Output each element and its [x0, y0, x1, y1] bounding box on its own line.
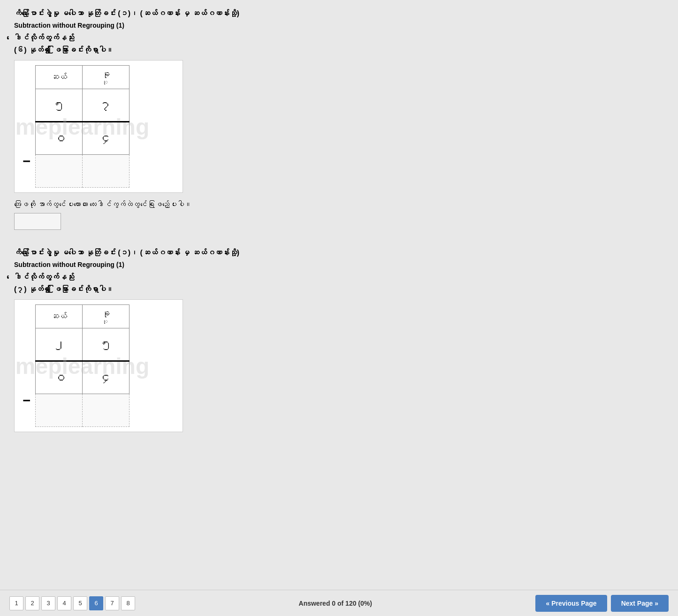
section1-instruction: ဒေါင်လိုက်တွက်နည်း — [14, 34, 664, 42]
page-content: ကိန်းပြောင်းဖွဲ့မှု မပါသော နုတ်ခြင်း (၁)… — [0, 0, 678, 468]
page-numbers: 1 2 3 4 5 6 7 8 — [9, 596, 135, 610]
page-btn-3[interactable]: 3 — [41, 596, 55, 610]
page-btn-8[interactable]: 8 — [121, 596, 135, 610]
next-page-button[interactable]: Next Page » — [611, 595, 669, 612]
section1-question: (၆) နုတ်၍ ဖြေနားခြင်းကိုရှာပါ။ — [14, 46, 664, 54]
page-btn-7[interactable]: 7 — [105, 596, 119, 610]
nav-buttons: « Previous Page Next Page » — [535, 595, 669, 612]
section2-instruction: ဒေါင်လိုက်တွက်နည်း — [14, 273, 664, 281]
section2-question: (၇) နုတ်၍ ဖြေနားခြင်းကိုရှာပါ။ — [14, 285, 664, 294]
progress-text: Answered 0 of 120 (0%) — [135, 600, 535, 607]
section1-title: ကိန်းပြောင်းဖွဲ့မှု မပါသော နုတ်ခြင်း (၁)… — [14, 9, 664, 18]
page-btn-5[interactable]: 5 — [73, 596, 87, 610]
page-btn-2[interactable]: 2 — [25, 596, 39, 610]
page-btn-6[interactable]: 6 — [89, 596, 103, 610]
prev-page-button[interactable]: « Previous Page — [535, 595, 607, 612]
bottom-bar: 1 2 3 4 5 6 7 8 Answered 0 of 120 (0%) «… — [0, 590, 678, 616]
section1-text-instruction: အဖြေကို အောက်တွင်ပေးထားသော လေးဒေါင်ကွက်ထ… — [14, 200, 664, 208]
section-2: ကိန်းပြောင်းဖွဲ့မှု မပါသော နုတ်ခြင်း (၁)… — [14, 249, 664, 440]
section2-math-container: － meplearning ဆယ် ခုု ၂ — [14, 299, 183, 432]
section1-subtitle: Subtraction without Regrouping (1) — [14, 22, 664, 29]
page-btn-1[interactable]: 1 — [9, 596, 23, 610]
page-btn-4[interactable]: 4 — [57, 596, 71, 610]
section1-answer-input[interactable] — [14, 213, 61, 230]
section-1: ကိန်းပြောင်းဖွဲ့မှု မပါသော နုတ်ခြင်း (၁)… — [14, 9, 664, 230]
section2-subtitle: Subtraction without Regrouping (1) — [14, 261, 664, 268]
section2-title: ကိန်းပြောင်းဖွဲ့မှု မပါသော နုတ်ခြင်း (၁)… — [14, 249, 664, 257]
section1-math-container: － meplearning ဆယ် ခုု ၅ — [14, 60, 183, 193]
